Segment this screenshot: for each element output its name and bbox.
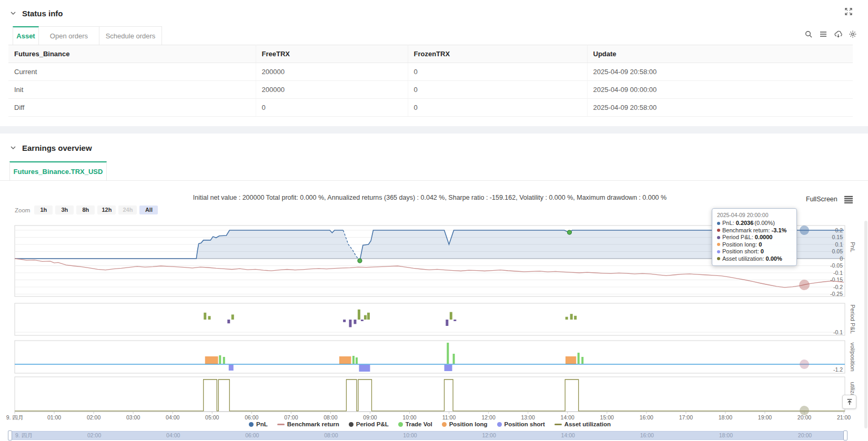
datazoom-label: 20:00 [798, 432, 812, 438]
legend-marker [554, 424, 562, 425]
page-scrollbar[interactable] [864, 221, 867, 428]
svg-text:21:00: 21:00 [837, 414, 851, 421]
legend-marker [349, 422, 354, 427]
svg-text:04:00: 04:00 [166, 414, 179, 421]
benchmark-dot-icon [717, 229, 720, 232]
svg-text:11:00: 11:00 [442, 414, 456, 421]
chart-legend: PnLBenchmark returnPeriod P&LTrade VolPo… [15, 421, 845, 427]
hover-point-marker [800, 225, 809, 235]
datazoom-label: 08:00 [324, 432, 338, 438]
svg-text:0.2: 0.2 [835, 227, 843, 233]
tooltip-row-period-pnl: Period P&L 0.0000 [717, 234, 792, 241]
pnl-line-series [15, 230, 343, 259]
utilization-panel [15, 380, 845, 411]
svg-text:9. 四月: 9. 四月 [6, 414, 24, 421]
svg-text:15:00: 15:00 [600, 414, 614, 421]
period-pnl-panel: -0.1 [15, 310, 845, 335]
period-pnl-bar [231, 314, 234, 320]
legend-item-trade-vol[interactable]: Trade Vol [398, 421, 432, 427]
pnl-event-marker [567, 230, 571, 234]
trade-vol-bar [219, 355, 221, 364]
legend-marker [398, 422, 403, 427]
svg-text:-0.05: -0.05 [830, 262, 843, 269]
back-to-top-button[interactable] [842, 395, 856, 409]
svg-text:-0.2: -0.2 [833, 284, 843, 290]
position-long-bar [205, 356, 218, 364]
legend-marker [442, 422, 447, 427]
hover-point-marker [800, 360, 809, 369]
tooltip-row-asset-utilization: Asset utilization 0.00% [717, 255, 792, 263]
legend-item-pnl[interactable]: PnL [249, 421, 268, 427]
period-pnl-bar [349, 320, 351, 327]
pnl-dot-icon [717, 222, 720, 225]
hover-point-marker [800, 406, 809, 415]
datazoom-label: 12:00 [482, 432, 496, 438]
legend-item-position-short[interactable]: Position short [497, 421, 545, 427]
svg-text:10:00: 10:00 [402, 414, 416, 421]
legend-marker [277, 424, 285, 425]
pnl-line-dashed [343, 230, 360, 261]
period-pnl-bar [208, 316, 210, 320]
svg-text:02:00: 02:00 [87, 414, 100, 421]
trade-vol-bar [223, 357, 225, 364]
trade-vol-bar [356, 357, 358, 364]
chart-tooltip: 2025-04-09 20:00:00 PnL 0.2036 (0.00%) B… [712, 208, 797, 266]
tooltip-row-benchmark: Benchmark return -3.1% [717, 227, 792, 234]
svg-text:vol/position: vol/position [850, 342, 856, 371]
svg-text:PnL: PnL [850, 242, 856, 252]
period-pnl-bar [570, 314, 573, 320]
period-pnl-bar [367, 313, 370, 320]
period-pnl-bar [354, 320, 356, 324]
svg-text:0: 0 [840, 255, 843, 262]
position-short-bar [445, 365, 452, 371]
position-short-bar [359, 365, 370, 372]
datazoom-slider[interactable]: 9. 四月02:0004:0006:0008:0010:0012:0014:00… [8, 431, 847, 440]
hover-markers [799, 225, 810, 415]
datazoom-right-handle[interactable] [843, 430, 847, 440]
period-pnl-bar [450, 312, 452, 320]
trade-vol-bar [581, 357, 583, 364]
trade-vol-bar [453, 354, 455, 364]
position-long-dot-icon [717, 243, 720, 246]
datazoom-label: 16:00 [640, 432, 654, 438]
legend-item-position-long[interactable]: Position long [442, 421, 488, 427]
datazoom-left-handle[interactable] [8, 430, 12, 440]
legend-item-asset-utilization[interactable]: Asset utilization [554, 421, 611, 427]
trade-vol-bar [447, 343, 449, 364]
svg-text:Period P&L: Period P&L [850, 304, 856, 334]
position-long-bar [566, 356, 576, 364]
x-axis: 9. 四月01:0002:0003:0004:0005:0006:0007:00… [6, 412, 851, 421]
legend-item-benchmark-return[interactable]: Benchmark return [277, 421, 339, 427]
legend-item-period-p-l[interactable]: Period P&L [349, 421, 389, 427]
utilization-step [15, 380, 845, 411]
datazoom-label: 06:00 [245, 432, 259, 438]
svg-text:-0.15: -0.15 [830, 276, 843, 283]
position-short-bar [229, 365, 234, 371]
svg-text:07:00: 07:00 [284, 414, 298, 421]
period-pnl-bar [566, 317, 568, 320]
svg-text:20:00: 20:00 [798, 414, 811, 421]
datazoom-label: 02:00 [87, 432, 101, 438]
back-to-top-icon [846, 398, 853, 406]
trade-vol-bar [352, 356, 355, 364]
period-pnl-bar [364, 315, 367, 320]
datazoom-label: 14:00 [561, 432, 575, 438]
svg-text:-0.1: -0.1 [833, 270, 843, 276]
datazoom-label: 18:00 [719, 432, 733, 438]
datazoom-label: 10:00 [403, 432, 417, 438]
hover-point-marker [799, 280, 810, 290]
svg-text:17:00: 17:00 [679, 414, 693, 421]
svg-text:0.1: 0.1 [835, 241, 843, 248]
svg-text:-0.1: -0.1 [833, 329, 843, 335]
tooltip-date: 2025-04-09 20:00:00 [717, 212, 792, 218]
svg-text:16:00: 16:00 [640, 414, 653, 421]
legend-marker [497, 422, 502, 427]
period-pnl-bar [453, 320, 456, 321]
tooltip-row-position-long: Position long 0 [717, 241, 792, 249]
position-long-bar [339, 356, 351, 364]
svg-text:03:00: 03:00 [126, 414, 140, 421]
period-pnl-bar [204, 313, 206, 320]
period-pnl-bar [343, 320, 346, 322]
legend-marker [249, 422, 254, 427]
period-pnl-bar [574, 316, 577, 320]
